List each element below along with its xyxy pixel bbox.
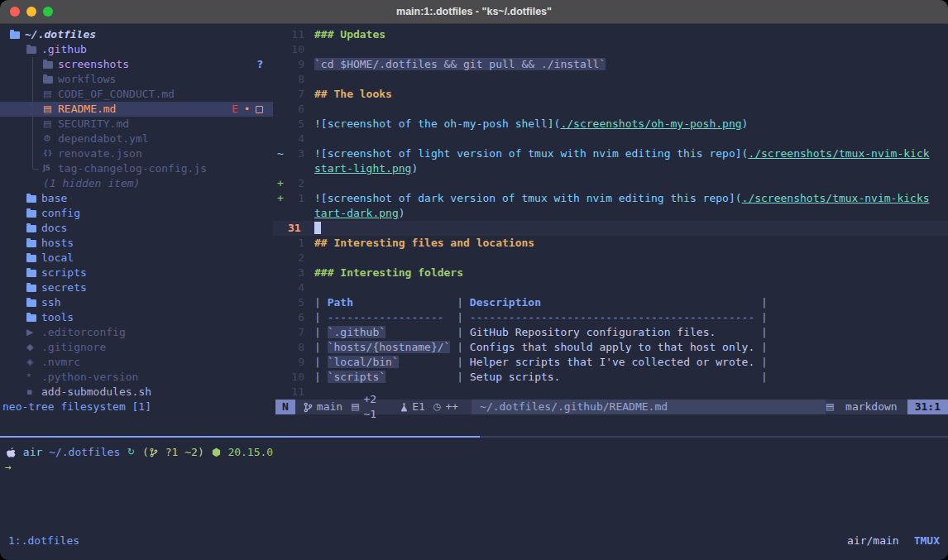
editor-line[interactable]: 10| `scripts` | Setup scripts. | — [273, 370, 948, 385]
clock-icon: ◷ — [433, 400, 442, 414]
neotree-panel: ~/.dotfiles.githubscreenshots?workflows▤… — [0, 27, 273, 400]
editor-panel: 11### Updates109`cd $HOME/.dotfiles && g… — [273, 27, 948, 400]
gitsign — [276, 236, 285, 251]
gitsign — [276, 310, 285, 325]
tree-item-dependabot-yml[interactable]: ⚙dependabot.yml — [0, 132, 273, 146]
editor-line[interactable]: 4 — [273, 132, 948, 146]
tree-item-tag-changelog-config-js[interactable]: JStag-changelog-config.js — [0, 161, 273, 176]
editor-line[interactable]: 11### Updates — [273, 27, 948, 42]
folder-icon — [26, 224, 41, 232]
editor-line[interactable]: +1![screenshot of dark version of tmux w… — [273, 191, 948, 206]
prompt-segment: ~/.dotfiles — [42, 445, 120, 460]
tree-item-label: config — [41, 206, 80, 221]
editor-line[interactable]: 8| `hosts/{hostname}/` | Configs that sh… — [273, 340, 948, 355]
tree-item-scripts[interactable]: scripts — [0, 266, 273, 280]
segment — [541, 296, 754, 309]
fullscreen-button[interactable] — [43, 7, 53, 17]
minimize-button[interactable] — [26, 7, 36, 17]
tmux-pane-divider[interactable] — [0, 436, 948, 438]
line-text: ![screenshot of light version of tmux wi… — [314, 146, 930, 161]
editor-line[interactable]: 6| ------------------ | ----------------… — [273, 310, 948, 325]
tree-item-dotfiles[interactable]: ~/.dotfiles — [0, 27, 273, 42]
segment: | — [450, 326, 469, 338]
tree-item-1-hidden-item[interactable]: (1 hidden item) — [0, 176, 273, 191]
editor-line[interactable]: 1## Interesting files and locations — [273, 236, 948, 251]
tree-item-ssh[interactable]: ssh — [0, 295, 273, 310]
editor-line[interactable]: 10 — [273, 42, 948, 57]
editor-line[interactable]: tart-dark.png) — [273, 206, 948, 221]
editor-line[interactable]: 4 — [273, 280, 948, 295]
tree-item-editorconfig[interactable]: ▶.editorconfig — [0, 325, 273, 340]
folder-icon — [43, 75, 58, 84]
tree-item-renovate-json[interactable]: {}renovate.json — [0, 146, 273, 161]
line-number: 4 — [285, 132, 304, 146]
segment — [385, 326, 450, 338]
editor-line[interactable]: 9`cd $HOME/.dotfiles && git pull && ./in… — [273, 57, 948, 72]
editor-line[interactable]: 8 — [273, 72, 948, 87]
shell-prompt[interactable]: air ~/.dotfiles ↻ ( ?1 ~2) 20.15.0 — [5, 445, 273, 460]
filetype-indicator: ▤ markdown — [826, 400, 898, 414]
line-number: 2 — [285, 251, 304, 266]
indent-guide — [32, 160, 39, 170]
editor-line[interactable]: 31 — [273, 221, 948, 236]
tree-item-label: SECURITY.md — [58, 117, 129, 132]
tree-item-github[interactable]: .github — [0, 42, 273, 57]
segment: ### Interesting folders — [314, 266, 463, 279]
editor-line[interactable]: 7| `.github` | GitHub Repository configu… — [273, 325, 948, 340]
line-text: | `scripts` | Setup scripts. | — [314, 370, 768, 385]
line-number: 9 — [285, 355, 304, 370]
tree-item-nvmrc[interactable]: ◈.nvmrc — [0, 355, 273, 370]
tree-item-readme-md[interactable]: ▤README.mdE• — [0, 102, 273, 117]
gitsign — [276, 87, 285, 102]
prompt-segment: air — [17, 445, 42, 460]
editor-line[interactable]: 5![screenshot of the oh-my-posh shell](.… — [273, 117, 948, 132]
tree-item-add-submodules-sh[interactable]: ▪add-submodules.sh — [0, 385, 273, 400]
segment: | — [314, 356, 328, 368]
tree-item-screenshots[interactable]: screenshots? — [0, 57, 273, 72]
gitsign — [276, 370, 285, 385]
line-number: 31 — [285, 221, 304, 236]
segment: Configs that should apply to that host o… — [470, 341, 754, 353]
node-icon — [212, 448, 221, 457]
segment: Setup scripts. — [470, 371, 561, 383]
tree-item-tools[interactable]: tools — [0, 310, 273, 325]
segment: ) — [399, 207, 405, 219]
tmux-window-name[interactable]: 1:.dotfiles — [8, 534, 79, 548]
editor-line[interactable]: 9| `local/bin` | Helper scripts that I'v… — [273, 355, 948, 370]
tree-item-python-version[interactable]: *.python-version — [0, 370, 273, 385]
tree-item-workflows[interactable]: workflows — [0, 72, 273, 87]
editor-line[interactable]: 7## The looks — [273, 87, 948, 102]
tree-item-hosts[interactable]: hosts — [0, 236, 273, 251]
tree-item-secrets[interactable]: secrets — [0, 280, 273, 295]
line-number: 2 — [285, 176, 304, 191]
tree-item-local[interactable]: local — [0, 251, 273, 266]
editor-line[interactable]: 5| Path | Description | — [273, 295, 948, 310]
tree-item-security-md[interactable]: ▤SECURITY.md — [0, 117, 273, 132]
editor-line[interactable]: start-light.png) — [273, 161, 948, 176]
prompt-segment: ( — [136, 445, 149, 460]
gitsign — [276, 206, 285, 221]
tree-item-label: .gitignore — [41, 340, 106, 355]
gitsign — [276, 295, 285, 310]
tree-item-code-of-conduct-md[interactable]: ▤CODE_OF_CONDUCT.md — [0, 87, 273, 102]
line-text: ![screenshot of dark version of tmux wit… — [314, 191, 930, 206]
close-button[interactable] — [10, 7, 20, 17]
editor-line[interactable]: ~3![screenshot of light version of tmux … — [273, 146, 948, 161]
editor-line[interactable]: 6 — [273, 102, 948, 117]
line-number: 1 — [285, 191, 304, 206]
editor-line[interactable]: 3### Interesting folders — [273, 266, 948, 280]
editor-line[interactable]: 2 — [273, 251, 948, 266]
markdown-icon: ▤ — [826, 400, 840, 414]
tree-item-base[interactable]: base — [0, 191, 273, 206]
tree-item-config[interactable]: config — [0, 206, 273, 221]
tree-item-gitignore[interactable]: ◆.gitignore — [0, 340, 273, 355]
editor-line[interactable]: +2 — [273, 176, 948, 191]
tree-item-docs[interactable]: docs — [0, 221, 273, 236]
diff-counts: +2 ~1 — [364, 392, 393, 422]
segment: | — [450, 371, 469, 383]
indent-guide — [32, 117, 33, 132]
square-icon: ▪ — [26, 385, 41, 400]
folder-icon — [26, 194, 41, 203]
js-icon: JS — [43, 161, 58, 176]
segment: | — [754, 326, 768, 338]
